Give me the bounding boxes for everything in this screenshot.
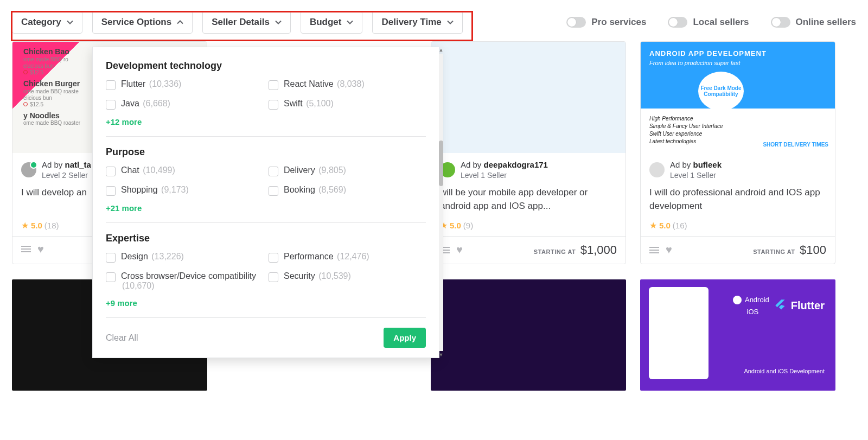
option-count: (6,668) (143, 99, 170, 108)
checkbox[interactable] (269, 80, 278, 90)
star-icon: ★ (649, 220, 657, 231)
option-count: (13,226) (151, 252, 184, 261)
img-text: Chicken Burger (23, 79, 80, 88)
checkbox[interactable] (269, 186, 278, 196)
option-label: Delivery (284, 165, 315, 175)
delivery-time-filter-label: Delivery Time (381, 17, 441, 28)
option-count: (10,499) (143, 165, 175, 175)
option-count: (10,336) (149, 79, 182, 88)
rating-count: (18) (44, 221, 59, 230)
option-count: (9,805) (318, 165, 346, 175)
show-more-link[interactable]: +9 more (106, 298, 426, 308)
list-icon[interactable] (649, 247, 659, 253)
list-icon[interactable] (21, 246, 31, 252)
checkbox[interactable] (269, 253, 278, 263)
chevron-down-icon (347, 19, 353, 25)
local-sellers-label: Local sellers (693, 17, 749, 28)
online-sellers-toggle[interactable]: Online sellers (771, 17, 857, 28)
gig-card[interactable]: Ad by deepakdogra171 Level 1 Seller will… (431, 41, 626, 264)
gig-card[interactable]: ANDROID APP DEVELOPMENT From idea to pro… (640, 41, 835, 264)
seller-details-filter-label: Seller Details (212, 17, 270, 28)
img-text: Flutter (791, 299, 825, 312)
seller-avatar[interactable] (21, 162, 36, 177)
img-bullet: Simple & Fancy User Interface (649, 123, 723, 130)
gig-image[interactable] (431, 279, 626, 391)
gig-title[interactable]: I will do professional android and IOS a… (649, 186, 826, 214)
filter-option[interactable]: Cross browser/Device compatibility (10,6… (106, 271, 263, 291)
option-label: Flutter (121, 79, 145, 88)
price-value: $100 (800, 243, 826, 257)
option-label: Booking (284, 185, 315, 194)
star-icon: ★ (21, 220, 29, 231)
filter-option[interactable]: Flutter (10,336) (106, 79, 263, 90)
filter-option[interactable]: Delivery (9,805) (269, 165, 426, 176)
filter-option[interactable]: Design (13,226) (106, 252, 263, 263)
img-header: ANDROID APP DEVELOPMENT (649, 49, 767, 58)
option-count: (9,173) (161, 185, 189, 194)
scroll-down-arrow[interactable]: ▼ (439, 352, 444, 358)
section-title: Purpose (106, 146, 426, 158)
checkbox[interactable] (269, 167, 278, 176)
pro-services-toggle[interactable]: Pro services (566, 17, 646, 28)
apply-button[interactable]: Apply (384, 328, 426, 348)
gig-title[interactable]: will be your mobile app developer or and… (440, 186, 617, 214)
option-count: (10,670) (122, 281, 155, 290)
rating-value: 5.0 (659, 221, 671, 230)
gig-body: Ad by bufleek Level 1 Seller I will do p… (641, 153, 835, 236)
seller-name: bufleek (693, 160, 722, 169)
img-short: SHORT DELIVERY TIMES (763, 142, 828, 148)
img-text: Android (745, 296, 769, 304)
price: STARTING AT $100 (753, 243, 826, 257)
seller-details-filter[interactable]: Seller Details (202, 11, 291, 34)
budget-filter[interactable]: Budget (301, 11, 363, 34)
checkbox[interactable] (106, 100, 116, 110)
checkbox[interactable] (106, 167, 116, 176)
panel-scrollbar[interactable]: ▲ ▼ (439, 47, 443, 358)
filter-option[interactable]: Booking (8,569) (269, 185, 426, 196)
filter-option[interactable]: Swift (5,100) (269, 99, 426, 110)
seller-avatar[interactable] (649, 162, 665, 177)
option-label: Security (284, 271, 315, 280)
checkbox[interactable] (106, 80, 116, 90)
section-title: Development technology (106, 60, 426, 72)
checkbox[interactable] (269, 100, 278, 110)
filter-option[interactable]: Java (6,668) (106, 99, 263, 110)
delivery-time-filter[interactable]: Delivery Time (372, 11, 462, 34)
filter-option[interactable]: Chat (10,499) (106, 165, 263, 176)
scroll-up-arrow[interactable]: ▲ (439, 47, 444, 53)
checkbox[interactable] (106, 272, 116, 282)
show-more-link[interactable]: +21 more (106, 203, 426, 213)
show-more-link[interactable]: +12 more (106, 117, 426, 126)
option-count: (10,539) (318, 271, 351, 280)
chevron-down-icon (67, 19, 73, 25)
seller-level: Level 1 Seller (461, 170, 548, 180)
img-bullet: Swift User experience (649, 130, 723, 138)
category-filter[interactable]: Category (12, 11, 82, 34)
heart-icon[interactable]: ♥ (666, 244, 672, 256)
chevron-down-icon (447, 19, 454, 25)
divider (106, 136, 426, 137)
filter-option[interactable]: Shopping (9,173) (106, 185, 263, 196)
checkbox[interactable] (106, 253, 116, 263)
rating-row: ★ 5.0 (9) (440, 220, 617, 231)
rating-row: ★ 5.0 (16) (649, 220, 826, 231)
rating-count: (16) (673, 221, 687, 230)
checkbox[interactable] (106, 186, 116, 196)
option-label: Performance (284, 252, 334, 261)
img-bullet: High Performance (649, 115, 723, 123)
filter-option[interactable]: Security (10,539) (269, 271, 426, 291)
starting-label: STARTING AT (534, 248, 576, 255)
heart-icon[interactable]: ♥ (37, 243, 44, 256)
checkbox[interactable] (269, 272, 278, 282)
service-options-filter[interactable]: Service Options (92, 11, 193, 34)
filter-option[interactable]: Performance (12,476) (269, 252, 426, 263)
clear-all-button[interactable]: Clear All (106, 333, 138, 343)
gig-image[interactable]: Android iOS Flutter Android and iOS Deve… (640, 279, 835, 391)
local-sellers-toggle[interactable]: Local sellers (668, 17, 749, 28)
gig-image (431, 42, 626, 153)
scroll-thumb[interactable] (439, 141, 443, 186)
filter-option[interactable]: React Native (8,038) (269, 79, 426, 90)
ad-by: Ad by natl_ta (42, 160, 91, 170)
heart-icon[interactable]: ♥ (456, 244, 463, 256)
option-count: (5,100) (306, 99, 334, 108)
